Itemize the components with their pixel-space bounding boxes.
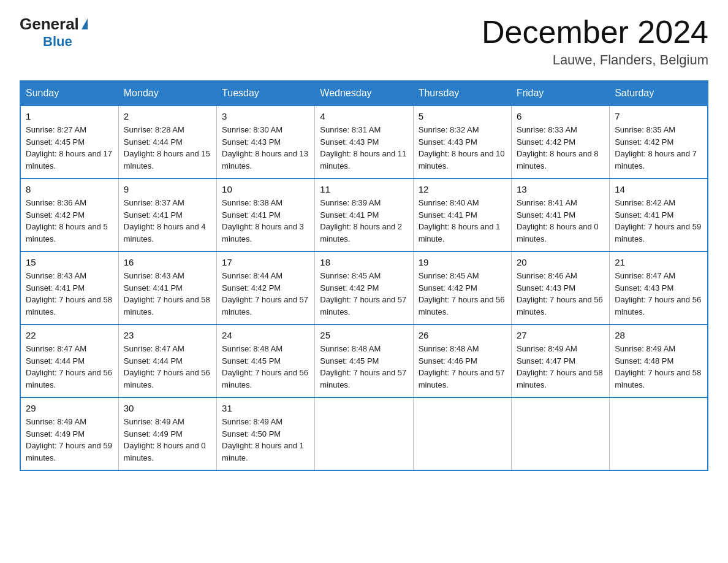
- day-number: 7: [615, 111, 702, 121]
- calendar-day-cell: 10 Sunrise: 8:38 AMSunset: 4:41 PMDaylig…: [217, 178, 315, 251]
- day-info: Sunrise: 8:33 AMSunset: 4:42 PMDaylight:…: [517, 124, 604, 172]
- calendar-day-cell: 23 Sunrise: 8:47 AMSunset: 4:44 PMDaylig…: [118, 324, 216, 397]
- title-block: December 2024 Lauwe, Flanders, Belgium: [482, 15, 708, 68]
- day-info: Sunrise: 8:42 AMSunset: 4:41 PMDaylight:…: [615, 197, 702, 245]
- day-number: 22: [26, 330, 113, 340]
- weekday-header-saturday: Saturday: [610, 81, 708, 105]
- day-number: 8: [26, 184, 113, 194]
- day-number: 2: [124, 111, 211, 121]
- weekday-header-sunday: Sunday: [20, 81, 118, 105]
- day-info: Sunrise: 8:45 AMSunset: 4:42 PMDaylight:…: [419, 270, 506, 318]
- day-info: Sunrise: 8:31 AMSunset: 4:43 PMDaylight:…: [320, 124, 408, 172]
- calendar-day-cell: 25 Sunrise: 8:48 AMSunset: 4:45 PMDaylig…: [315, 324, 413, 397]
- day-info: Sunrise: 8:49 AMSunset: 4:49 PMDaylight:…: [26, 416, 113, 464]
- day-number: 6: [517, 111, 604, 121]
- calendar-day-cell: 17 Sunrise: 8:44 AMSunset: 4:42 PMDaylig…: [217, 251, 315, 324]
- weekday-header-monday: Monday: [118, 81, 216, 105]
- day-number: 10: [222, 184, 309, 194]
- calendar-week-row: 15 Sunrise: 8:43 AMSunset: 4:41 PMDaylig…: [20, 251, 708, 324]
- calendar-day-cell: 5 Sunrise: 8:32 AMSunset: 4:43 PMDayligh…: [413, 105, 511, 178]
- day-number: 4: [320, 111, 408, 121]
- day-info: Sunrise: 8:30 AMSunset: 4:43 PMDaylight:…: [222, 124, 309, 172]
- day-number: 16: [124, 257, 211, 267]
- calendar-week-row: 29 Sunrise: 8:49 AMSunset: 4:49 PMDaylig…: [20, 397, 708, 470]
- day-info: Sunrise: 8:49 AMSunset: 4:47 PMDaylight:…: [517, 343, 604, 391]
- logo: General Blue: [20, 15, 88, 50]
- day-number: 30: [124, 403, 211, 413]
- day-info: Sunrise: 8:49 AMSunset: 4:50 PMDaylight:…: [222, 416, 309, 464]
- day-info: Sunrise: 8:49 AMSunset: 4:49 PMDaylight:…: [124, 416, 211, 464]
- calendar-day-cell: 27 Sunrise: 8:49 AMSunset: 4:47 PMDaylig…: [511, 324, 609, 397]
- day-number: 12: [419, 184, 506, 194]
- calendar-day-cell: 29 Sunrise: 8:49 AMSunset: 4:49 PMDaylig…: [20, 397, 118, 470]
- logo-text: General: [20, 15, 88, 34]
- calendar-day-cell: [511, 397, 609, 470]
- calendar-day-cell: 21 Sunrise: 8:47 AMSunset: 4:43 PMDaylig…: [610, 251, 708, 324]
- calendar-day-cell: 11 Sunrise: 8:39 AMSunset: 4:41 PMDaylig…: [315, 178, 413, 251]
- calendar-day-cell: 22 Sunrise: 8:47 AMSunset: 4:44 PMDaylig…: [20, 324, 118, 397]
- day-number: 24: [222, 330, 309, 340]
- logo-blue-text: Blue: [43, 34, 72, 50]
- day-number: 20: [517, 257, 604, 267]
- day-number: 19: [419, 257, 506, 267]
- calendar-day-cell: 6 Sunrise: 8:33 AMSunset: 4:42 PMDayligh…: [511, 105, 609, 178]
- day-number: 27: [517, 330, 604, 340]
- calendar-day-cell: 20 Sunrise: 8:46 AMSunset: 4:43 PMDaylig…: [511, 251, 609, 324]
- calendar-day-cell: 12 Sunrise: 8:40 AMSunset: 4:41 PMDaylig…: [413, 178, 511, 251]
- day-info: Sunrise: 8:46 AMSunset: 4:43 PMDaylight:…: [517, 270, 604, 318]
- day-number: 15: [26, 257, 113, 267]
- calendar-day-cell: 9 Sunrise: 8:37 AMSunset: 4:41 PMDayligh…: [118, 178, 216, 251]
- day-number: 18: [320, 257, 408, 267]
- calendar-day-cell: 30 Sunrise: 8:49 AMSunset: 4:49 PMDaylig…: [118, 397, 216, 470]
- day-number: 13: [517, 184, 604, 194]
- weekday-header-friday: Friday: [511, 81, 609, 105]
- day-info: Sunrise: 8:28 AMSunset: 4:44 PMDaylight:…: [124, 124, 211, 172]
- day-info: Sunrise: 8:48 AMSunset: 4:46 PMDaylight:…: [419, 343, 506, 391]
- weekday-header-thursday: Thursday: [413, 81, 511, 105]
- day-info: Sunrise: 8:41 AMSunset: 4:41 PMDaylight:…: [517, 197, 604, 245]
- calendar-day-cell: 8 Sunrise: 8:36 AMSunset: 4:42 PMDayligh…: [20, 178, 118, 251]
- day-number: 31: [222, 403, 309, 413]
- day-number: 5: [419, 111, 506, 121]
- day-number: 3: [222, 111, 309, 121]
- page-header: General Blue December 2024 Lauwe, Flande…: [20, 15, 708, 68]
- location-title: Lauwe, Flanders, Belgium: [482, 52, 708, 68]
- calendar-day-cell: 26 Sunrise: 8:48 AMSunset: 4:46 PMDaylig…: [413, 324, 511, 397]
- calendar-day-cell: 14 Sunrise: 8:42 AMSunset: 4:41 PMDaylig…: [610, 178, 708, 251]
- day-info: Sunrise: 8:47 AMSunset: 4:44 PMDaylight:…: [26, 343, 113, 391]
- calendar-day-cell: 7 Sunrise: 8:35 AMSunset: 4:42 PMDayligh…: [610, 105, 708, 178]
- calendar-day-cell: 24 Sunrise: 8:48 AMSunset: 4:45 PMDaylig…: [217, 324, 315, 397]
- calendar-day-cell: 28 Sunrise: 8:49 AMSunset: 4:48 PMDaylig…: [610, 324, 708, 397]
- logo-triangle-icon: [82, 18, 88, 29]
- calendar-day-cell: [610, 397, 708, 470]
- day-info: Sunrise: 8:47 AMSunset: 4:43 PMDaylight:…: [615, 270, 702, 318]
- day-info: Sunrise: 8:37 AMSunset: 4:41 PMDaylight:…: [124, 197, 211, 245]
- calendar-day-cell: 13 Sunrise: 8:41 AMSunset: 4:41 PMDaylig…: [511, 178, 609, 251]
- weekday-header-tuesday: Tuesday: [217, 81, 315, 105]
- weekday-header-wednesday: Wednesday: [315, 81, 413, 105]
- day-number: 29: [26, 403, 113, 413]
- day-number: 25: [320, 330, 408, 340]
- calendar-day-cell: [315, 397, 413, 470]
- day-number: 11: [320, 184, 408, 194]
- day-info: Sunrise: 8:48 AMSunset: 4:45 PMDaylight:…: [320, 343, 408, 391]
- day-info: Sunrise: 8:48 AMSunset: 4:45 PMDaylight:…: [222, 343, 309, 391]
- logo-general-text: General: [20, 15, 79, 34]
- day-info: Sunrise: 8:39 AMSunset: 4:41 PMDaylight:…: [320, 197, 408, 245]
- calendar-week-row: 8 Sunrise: 8:36 AMSunset: 4:42 PMDayligh…: [20, 178, 708, 251]
- day-info: Sunrise: 8:43 AMSunset: 4:41 PMDaylight:…: [124, 270, 211, 318]
- day-info: Sunrise: 8:35 AMSunset: 4:42 PMDaylight:…: [615, 124, 702, 172]
- day-info: Sunrise: 8:45 AMSunset: 4:42 PMDaylight:…: [320, 270, 408, 318]
- calendar-day-cell: 15 Sunrise: 8:43 AMSunset: 4:41 PMDaylig…: [20, 251, 118, 324]
- calendar-day-cell: 19 Sunrise: 8:45 AMSunset: 4:42 PMDaylig…: [413, 251, 511, 324]
- day-number: 21: [615, 257, 702, 267]
- day-number: 1: [26, 111, 113, 121]
- day-number: 26: [419, 330, 506, 340]
- day-number: 28: [615, 330, 702, 340]
- calendar-table: SundayMondayTuesdayWednesdayThursdayFrid…: [20, 80, 708, 471]
- calendar-day-cell: 1 Sunrise: 8:27 AMSunset: 4:45 PMDayligh…: [20, 105, 118, 178]
- day-number: 9: [124, 184, 211, 194]
- day-info: Sunrise: 8:49 AMSunset: 4:48 PMDaylight:…: [615, 343, 702, 391]
- calendar-day-cell: [413, 397, 511, 470]
- weekday-header-row: SundayMondayTuesdayWednesdayThursdayFrid…: [20, 81, 708, 105]
